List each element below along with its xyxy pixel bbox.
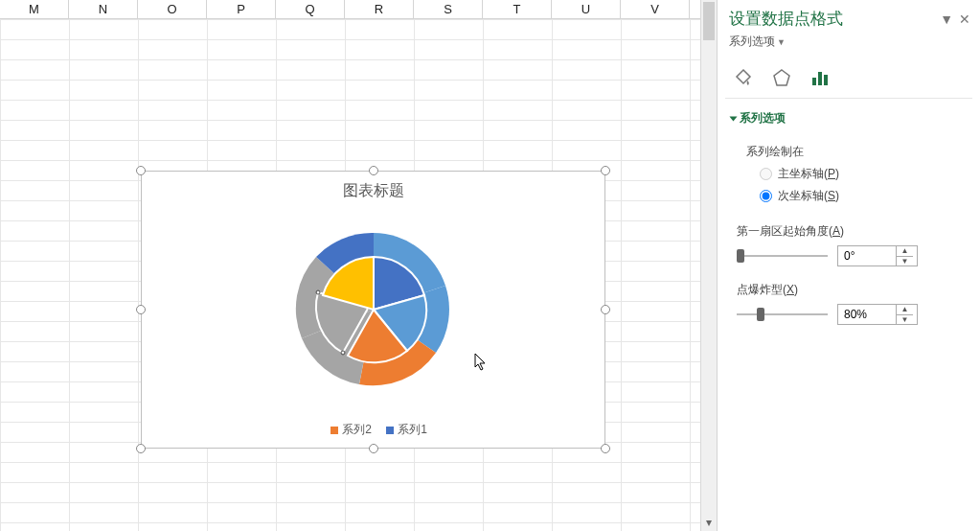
resize-handle[interactable] xyxy=(601,305,610,314)
start-angle-spinner[interactable]: ▲▼ xyxy=(837,245,918,266)
plot-on-label: 系列绘制在 xyxy=(746,144,965,160)
chart-legend[interactable]: 系列2 系列1 xyxy=(142,422,604,438)
resize-handle[interactable] xyxy=(136,444,146,453)
slider-thumb[interactable] xyxy=(737,249,744,263)
vertical-scrollbar[interactable]: ▴ ▾ xyxy=(700,0,717,531)
svg-marker-3 xyxy=(774,70,789,85)
panel-dropdown-icon[interactable]: ▼ xyxy=(940,12,953,27)
spin-down-icon[interactable]: ▼ xyxy=(897,257,913,266)
point-explosion-input[interactable] xyxy=(838,305,896,324)
secondary-axis-radio-input[interactable] xyxy=(760,190,772,202)
panel-subtitle-label: 系列选项 xyxy=(729,35,775,48)
point-explosion-spinner[interactable]: ▲▼ xyxy=(837,304,918,325)
panel-tab-row xyxy=(718,54,980,98)
series-options-section-header[interactable]: 系列选项 xyxy=(731,110,965,127)
column-header[interactable]: P xyxy=(207,0,276,18)
column-header[interactable]: Q xyxy=(276,0,345,18)
svg-rect-5 xyxy=(818,72,822,85)
primary-axis-radio[interactable]: 主坐标轴(P) xyxy=(760,166,965,182)
spin-down-icon[interactable]: ▼ xyxy=(897,315,913,325)
resize-handle[interactable] xyxy=(369,444,378,453)
spin-up-icon[interactable]: ▲ xyxy=(897,305,913,315)
resize-handle[interactable] xyxy=(601,166,610,175)
column-header[interactable]: U xyxy=(552,0,621,18)
section-title-label: 系列选项 xyxy=(740,111,786,125)
column-header[interactable]: V xyxy=(621,0,690,18)
column-header[interactable]: R xyxy=(345,0,414,18)
svg-rect-4 xyxy=(812,78,816,85)
format-data-point-panel: 设置数据点格式 ▼ ✕ 系列选项▼ 系列选项 系列绘制在 主坐标轴(P) xyxy=(717,0,980,531)
effects-tab-icon[interactable] xyxy=(771,67,792,88)
column-header[interactable]: O xyxy=(138,0,207,18)
chevron-down-icon: ▼ xyxy=(777,37,786,47)
chart-title[interactable]: 图表标题 xyxy=(142,181,604,201)
slider-thumb[interactable] xyxy=(757,308,764,321)
legend-swatch xyxy=(386,427,394,434)
start-angle-slider[interactable] xyxy=(737,246,828,266)
point-explosion-label: 点爆炸型(X) xyxy=(737,282,965,298)
start-angle-label: 第一扇区起始角度(A) xyxy=(737,223,965,240)
panel-title: 设置数据点格式 xyxy=(729,8,843,30)
secondary-axis-radio[interactable]: 次坐标轴(S) xyxy=(760,188,965,204)
column-header-row: MNOPQRSTUV xyxy=(0,0,717,19)
svg-rect-6 xyxy=(824,75,828,85)
panel-subtitle[interactable]: 系列选项▼ xyxy=(729,34,970,50)
resize-handle[interactable] xyxy=(136,305,146,314)
fill-tab-icon[interactable] xyxy=(733,67,754,88)
start-angle-input[interactable] xyxy=(838,246,896,266)
legend-label: 系列2 xyxy=(342,423,372,436)
legend-swatch xyxy=(330,427,338,434)
spin-up-icon[interactable]: ▲ xyxy=(897,246,913,257)
pie-chart[interactable] xyxy=(292,228,455,391)
primary-axis-radio-input[interactable] xyxy=(760,168,772,180)
cell-grid[interactable]: 图表标题 xyxy=(0,19,717,531)
spreadsheet-area: MNOPQRSTUV 图表标题 xyxy=(0,0,717,531)
legend-label: 系列1 xyxy=(398,423,427,436)
secondary-axis-label: 次坐标轴(S) xyxy=(778,188,839,204)
expand-icon xyxy=(730,116,738,121)
resize-handle[interactable] xyxy=(136,166,146,175)
column-header[interactable]: N xyxy=(69,0,138,18)
point-explosion-slider[interactable] xyxy=(737,305,828,324)
scroll-down-icon[interactable]: ▾ xyxy=(701,515,717,531)
scroll-thumb[interactable] xyxy=(703,2,715,40)
resize-handle[interactable] xyxy=(601,444,610,453)
primary-axis-label: 主坐标轴(P) xyxy=(778,166,839,182)
column-header[interactable]: T xyxy=(483,0,552,18)
column-header[interactable]: S xyxy=(414,0,483,18)
close-icon[interactable]: ✕ xyxy=(959,12,970,27)
resize-handle[interactable] xyxy=(369,166,378,175)
series-options-tab-icon[interactable] xyxy=(809,67,831,88)
column-header[interactable]: M xyxy=(0,0,69,18)
embedded-chart[interactable]: 图表标题 xyxy=(141,171,605,449)
cursor-icon xyxy=(474,353,490,372)
